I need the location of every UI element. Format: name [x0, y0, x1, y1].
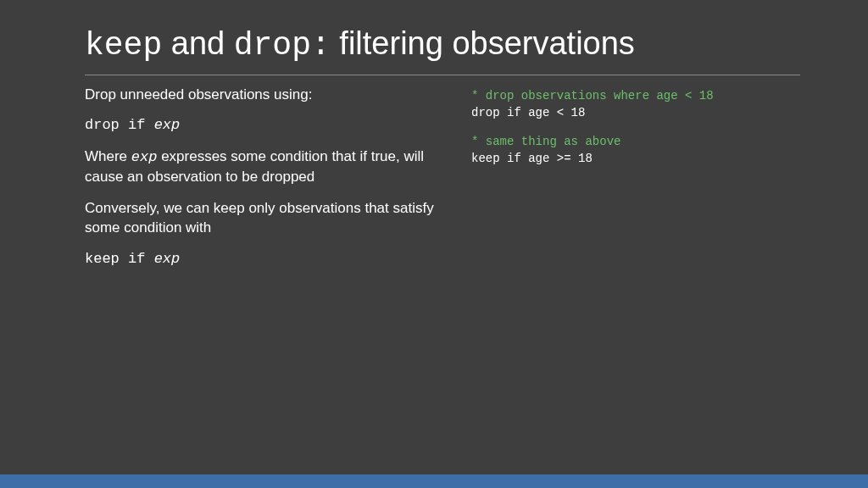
- code-command-2: keep if age >= 18: [471, 150, 800, 167]
- code-drop-prefix: drop if: [85, 117, 154, 133]
- left-p4: Conversely, we can keep only observation…: [85, 199, 441, 238]
- left-code-drop: drop if exp: [85, 116, 441, 136]
- left-column: Drop unneeded observations using: drop i…: [85, 86, 441, 282]
- code-comment-2: * same thing as above: [471, 133, 800, 150]
- code-keep-exp: exp: [154, 251, 181, 267]
- left-code-keep: keep if exp: [85, 250, 441, 269]
- code-command-1: drop if age < 18: [471, 104, 800, 121]
- right-column: * drop observations where age < 18 drop …: [471, 86, 800, 282]
- code-block-1: * drop observations where age < 18 drop …: [471, 87, 800, 122]
- left-p3: Where exp expresses some condition that …: [85, 147, 441, 187]
- content-columns: Drop unneeded observations using: drop i…: [85, 86, 800, 282]
- code-keep-prefix: keep if: [85, 251, 154, 267]
- code-comment-1: * drop observations where age < 18: [471, 87, 800, 104]
- left-p3-a: Where: [85, 148, 131, 164]
- title-keyword-drop: drop:: [234, 27, 331, 64]
- bottom-accent-bar: [0, 474, 868, 488]
- code-block-2: * same thing as above keep if age >= 18: [471, 133, 800, 168]
- title-rest: filtering observations: [331, 25, 635, 61]
- code-drop-exp: exp: [154, 117, 181, 133]
- slide-title: keep and drop: filtering observations: [85, 24, 800, 75]
- slide: keep and drop: filtering observations Dr…: [0, 0, 868, 488]
- title-keyword-keep: keep: [85, 27, 162, 64]
- title-sep-and: and: [162, 25, 234, 61]
- left-p1: Drop unneeded observations using:: [85, 86, 441, 105]
- left-p3-exp: exp: [131, 149, 158, 165]
